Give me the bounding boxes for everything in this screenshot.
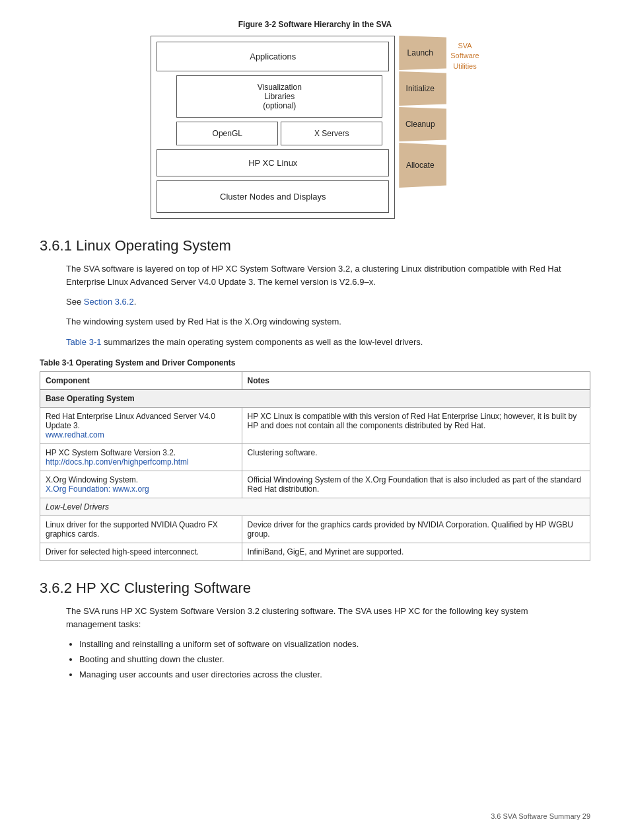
section-361-para2: See Section 3.6.2. <box>66 295 577 309</box>
section-361-para4: Table 3-1 summarizes the main operating … <box>66 336 577 349</box>
layer-opengl-xservers: OpenGL X Servers <box>176 122 382 145</box>
section-362-para: The SVA runs HP XC System Software Versi… <box>66 605 577 631</box>
trap-initialize: Initialize <box>394 71 446 106</box>
list-item: Installing and reinstalling a uniform se… <box>79 638 590 652</box>
trapezoid-col: Launch Initialize Cleanup Allocate <box>394 36 446 188</box>
table-cell-notes-1: HP XC Linux is compatible with this vers… <box>242 407 590 443</box>
table-row: Red Hat Enterprise Linux Advanced Server… <box>40 407 590 443</box>
table-cell-component-5: Driver for selected high-speed interconn… <box>40 543 242 560</box>
sva-label-col: SVA Software Utilities <box>450 36 479 71</box>
right-panel: Launch Initialize Cleanup Allocate SVA S… <box>395 36 479 188</box>
section-362-link[interactable]: Section 3.6.2 <box>84 297 134 307</box>
table-cell-component-1: Red Hat Enterprise Linux Advanced Server… <box>40 407 242 443</box>
layer-cluster: Cluster Nodes and Displays <box>157 180 389 213</box>
table-row: X.Org Windowing System. X.Org Foundation… <box>40 471 590 498</box>
table-row: Linux driver for the supported NVIDIA Qu… <box>40 515 590 543</box>
table-cell-notes-4: Device driver for the graphics cards pro… <box>242 515 590 543</box>
section-362-bullets: Installing and reinstalling a uniform se… <box>79 638 590 681</box>
page-footer: 3.6 SVA Software Summary 29 <box>491 812 590 820</box>
layer-applications: Applications <box>157 42 389 71</box>
table-title: Table 3-1 Operating System and Driver Co… <box>40 358 590 367</box>
table-row: HP XC System Software Version 3.2. http:… <box>40 443 590 471</box>
section-361-heading: 3.6.1 Linux Operating System <box>40 237 590 254</box>
table-cell-notes-5: InfiniBand, GigE, and Myrinet are suppor… <box>242 543 590 560</box>
layer-viz: Visualization Libraries (optional) <box>176 75 382 118</box>
operating-system-table: Component Notes Base Operating System Re… <box>40 371 590 561</box>
layer-xservers: X Servers <box>281 122 382 145</box>
trap-launch: Launch <box>394 36 446 70</box>
hp-docs-link[interactable]: http://docs.hp.com/en/highperfcomp.html <box>46 457 189 467</box>
table-cell-component-4: Linux driver for the supported NVIDIA Qu… <box>40 515 242 543</box>
layer-opengl: OpenGL <box>176 122 278 145</box>
figure-diagram: Applications Visualization Libraries (op… <box>151 36 479 219</box>
table-header-component: Component <box>40 371 242 389</box>
list-item: Managing user accounts and user director… <box>79 668 590 682</box>
table-header-notes: Notes <box>242 371 590 389</box>
hierarchy-box: Applications Visualization Libraries (op… <box>151 36 395 219</box>
table-section-base-label: Base Operating System <box>40 389 590 407</box>
layer-hpxclinux: HP XC Linux <box>157 149 389 176</box>
table-section-base: Base Operating System <box>40 389 590 407</box>
section-361-para3: The windowing system used by Red Hat is … <box>66 315 577 328</box>
table-section-lowlevel-label: Low-Level Drivers <box>40 498 590 515</box>
table-row: Driver for selected high-speed interconn… <box>40 543 590 560</box>
sva-label: SVA Software Utilities <box>450 41 479 71</box>
redhat-link[interactable]: www.redhat.com <box>46 430 104 439</box>
table-cell-notes-3: Official Windowing System of the X.Org F… <box>242 471 590 498</box>
section-361-para4-text: summarizes the main operating system com… <box>104 337 423 347</box>
section-361-para1: The SVA software is layered on top of HP… <box>66 262 577 289</box>
trap-allocate: Allocate <box>394 143 446 188</box>
table-cell-component-3: X.Org Windowing System. X.Org Foundation… <box>40 471 242 498</box>
list-item: Booting and shutting down the cluster. <box>79 653 590 667</box>
xorg-link[interactable]: X.Org Foundation: www.x.org <box>46 484 149 494</box>
figure-title: Figure 3-2 Software Hierarchy in the SVA <box>40 20 590 29</box>
table-cell-component-2: HP XC System Software Version 3.2. http:… <box>40 443 242 471</box>
table-3-1-link[interactable]: Table 3-1 <box>66 337 101 347</box>
trap-cleanup: Cleanup <box>394 107 446 141</box>
table-cell-notes-2: Clustering software. <box>242 443 590 471</box>
table-section-lowlevel: Low-Level Drivers <box>40 498 590 515</box>
section-362-heading: 3.6.2 HP XC Clustering Software <box>40 580 590 597</box>
